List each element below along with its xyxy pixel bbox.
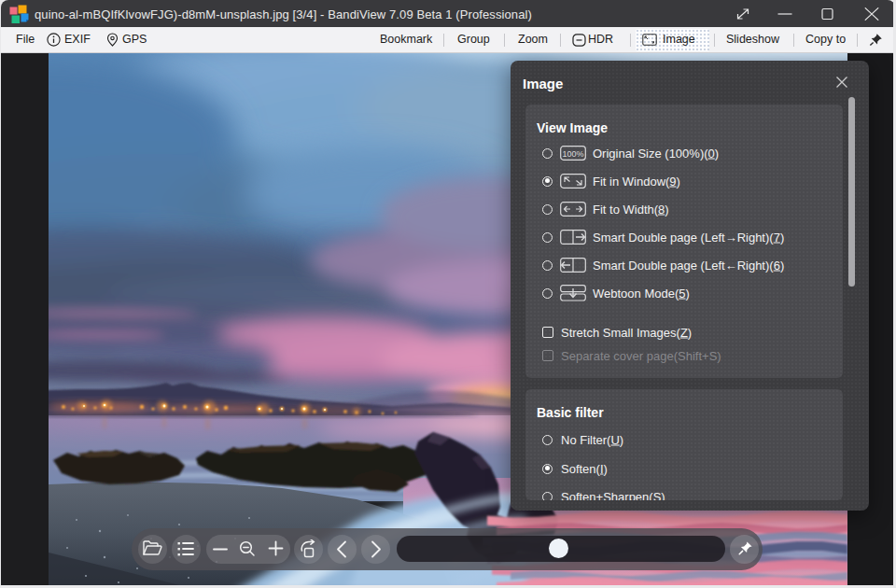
svg-text:100%: 100% xyxy=(562,149,583,159)
